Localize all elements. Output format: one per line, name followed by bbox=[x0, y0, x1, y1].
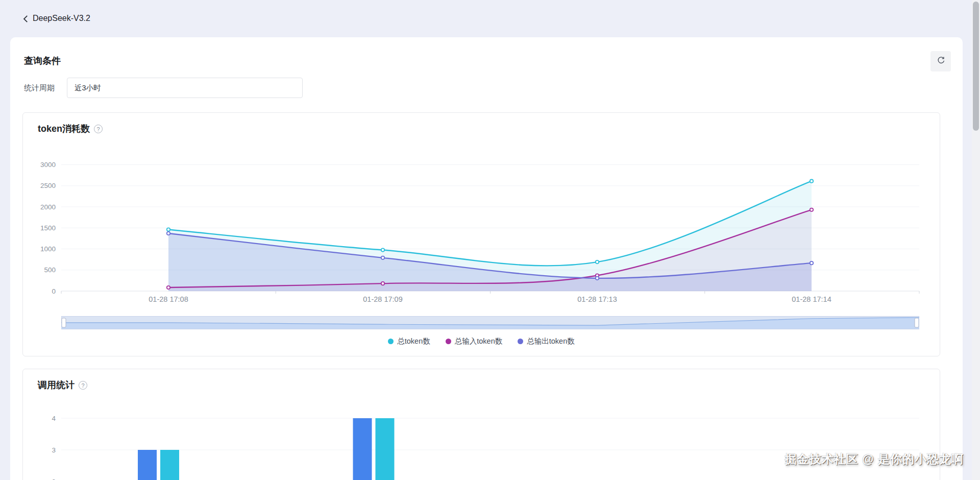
legend-dot-icon bbox=[518, 339, 523, 344]
svg-text:3: 3 bbox=[52, 446, 56, 454]
main-panel: 查询条件 统计周期 token消耗数 ? 0500100015002000250… bbox=[10, 37, 963, 480]
period-form-row: 统计周期 bbox=[24, 78, 303, 98]
period-input[interactable] bbox=[67, 78, 303, 98]
back-icon[interactable] bbox=[21, 14, 31, 23]
legend-item[interactable]: 总输出token数 bbox=[518, 337, 574, 346]
svg-text:01-28 17:13: 01-28 17:13 bbox=[577, 295, 617, 303]
svg-text:1500: 1500 bbox=[40, 224, 56, 232]
page-title: DeepSeek-V3.2 bbox=[33, 14, 90, 23]
svg-text:01-28 17:09: 01-28 17:09 bbox=[363, 295, 402, 303]
chart-legend: 总token数总输入token数总输出token数 bbox=[23, 337, 940, 346]
legend-label: 总输入token数 bbox=[455, 337, 502, 346]
token-chart-canvas: 05001000150020002500300001-28 17:0801-28… bbox=[23, 113, 941, 317]
period-label: 统计周期 bbox=[24, 83, 64, 93]
legend-item[interactable]: 总输入token数 bbox=[446, 337, 502, 346]
svg-text:0: 0 bbox=[52, 287, 56, 295]
legend-label: 总输出token数 bbox=[527, 337, 574, 346]
svg-text:4: 4 bbox=[52, 415, 56, 422]
scrollbar-thumb[interactable] bbox=[973, 2, 979, 131]
svg-text:3000: 3000 bbox=[40, 161, 56, 169]
svg-text:2500: 2500 bbox=[40, 182, 56, 189]
svg-text:2: 2 bbox=[52, 478, 56, 480]
legend-dot-icon bbox=[446, 339, 451, 344]
svg-text:1000: 1000 bbox=[40, 245, 56, 253]
datazoom-slider[interactable] bbox=[61, 315, 919, 330]
top-bar: DeepSeek-V3.2 bbox=[0, 0, 980, 32]
refresh-icon bbox=[936, 56, 946, 67]
query-panel-title: 查询条件 bbox=[24, 55, 61, 67]
legend-dot-icon bbox=[388, 339, 394, 344]
svg-text:01-28 17:14: 01-28 17:14 bbox=[792, 295, 831, 303]
watermark: 掘金技术社区 @ 是你的小恐龙啊 bbox=[785, 451, 964, 467]
token-chart-card: token消耗数 ? 05001000150020002500300001-28… bbox=[22, 112, 940, 356]
svg-text:500: 500 bbox=[44, 266, 56, 274]
refresh-button[interactable] bbox=[930, 51, 951, 71]
legend-item[interactable]: 总token数 bbox=[388, 337, 430, 346]
svg-text:01-28 17:08: 01-28 17:08 bbox=[149, 295, 188, 303]
scrollbar-track[interactable] bbox=[972, 0, 980, 480]
svg-text:2000: 2000 bbox=[40, 203, 56, 211]
page: DeepSeek-V3.2 查询条件 统计周期 token消耗数 ? 05001… bbox=[0, 0, 980, 480]
legend-label: 总token数 bbox=[397, 337, 430, 346]
